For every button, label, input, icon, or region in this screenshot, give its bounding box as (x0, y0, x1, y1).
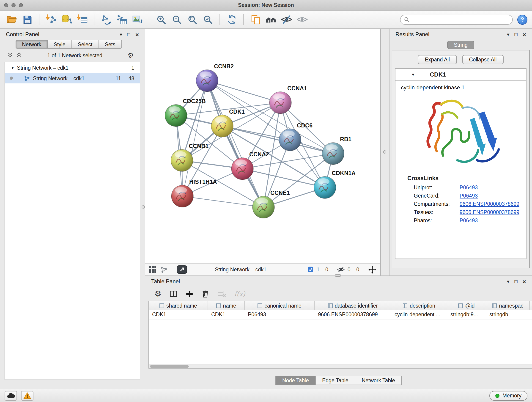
column-header-name[interactable]: name (208, 301, 245, 310)
tab-style[interactable]: Style (48, 40, 72, 49)
panel-close-icon[interactable]: × (523, 32, 526, 37)
network-node-hist1h1a[interactable] (171, 185, 193, 207)
search-input[interactable] (412, 17, 509, 22)
network-options-gear-icon[interactable]: ⚙ (128, 52, 134, 59)
panel-menu-icon[interactable]: ▾ (507, 32, 509, 37)
new-network-button[interactable] (99, 12, 113, 27)
network-overview-icon[interactable] (160, 266, 167, 273)
save-session-button[interactable] (20, 12, 34, 27)
column-header-canonical-name[interactable]: canonical name (245, 301, 315, 310)
column-header-id[interactable]: @id (447, 301, 486, 310)
network-node-cdc6[interactable] (279, 129, 301, 151)
table-cell-description[interactable]: cyclin-dependent ... (391, 310, 447, 319)
tab-edge-table[interactable]: Edge Table (316, 376, 355, 385)
delete-column-button[interactable] (201, 289, 210, 298)
expand-all-button[interactable]: Expand All (418, 55, 457, 64)
pan-crosshair-icon[interactable] (368, 266, 376, 274)
table-cell-canonical-name[interactable]: P06493 (245, 310, 315, 319)
panel-close-icon[interactable]: × (135, 32, 139, 37)
crosslink-link-genecard[interactable]: P06493 (460, 193, 478, 198)
window-zoom-button[interactable] (19, 3, 23, 7)
help-button[interactable]: ? (517, 14, 527, 25)
network-collection-row[interactable]: ▾ String Network – cdk1 1 (5, 62, 140, 73)
open-session-button[interactable] (5, 12, 19, 27)
new-table-button[interactable] (114, 12, 129, 27)
network-node-ccnb1[interactable] (171, 149, 193, 172)
collapse-all-button[interactable]: Collapse All (462, 55, 503, 64)
collection-disclosure-icon[interactable]: ▾ (12, 65, 14, 70)
network-edge-ccna2-cdkn1a[interactable] (242, 169, 325, 187)
panel-float-icon[interactable]: □ (515, 32, 518, 37)
zoom-out-button[interactable] (170, 12, 184, 27)
tab-sets[interactable]: Sets (99, 40, 122, 49)
function-builder-button[interactable]: f(x) (234, 290, 245, 298)
panel-float-icon[interactable]: □ (127, 32, 130, 37)
tab-network-table[interactable]: Network Table (355, 376, 402, 385)
annotations-button[interactable] (248, 12, 263, 27)
network-edge-cdk1-rb1[interactable] (222, 126, 333, 153)
network-node-ccne1[interactable] (253, 196, 274, 218)
network-node-cdc25b[interactable] (165, 104, 187, 127)
memory-button[interactable]: Memory (490, 391, 527, 400)
splitter-knob[interactable] (383, 150, 386, 153)
crosslink-link-tissues[interactable]: 9606.ENSP00000378699 (460, 210, 519, 215)
table-options-gear-icon[interactable]: ⚙ (154, 290, 162, 298)
horizontal-splitter-knob[interactable] (335, 274, 341, 277)
scrollbar-thumb[interactable] (150, 365, 189, 368)
network-canvas[interactable]: CCNB2CCNA1CDC25BCDK1CDC6RB1CCNB1CCNA2CDK… (145, 29, 380, 263)
network-edge-hist1h1a-ccne1[interactable] (182, 196, 264, 207)
vertical-splitter[interactable] (381, 29, 389, 275)
import-network-from-file-button[interactable] (44, 12, 58, 27)
table-row[interactable]: CDK1CDK1P064939606.ENSP00000378699cyclin… (149, 310, 532, 319)
zoom-in-button[interactable] (154, 12, 168, 27)
tab-node-table[interactable]: Node Table (275, 376, 316, 385)
network-row[interactable]: String Network – cdk1 11 48 (5, 73, 140, 83)
protein-entry-header[interactable]: ▾ CDK1 (395, 69, 526, 81)
zoom-fit-button[interactable] (185, 12, 199, 27)
window-close-button[interactable] (4, 3, 8, 7)
delete-table-button[interactable] (217, 290, 227, 298)
collapse-all-icon[interactable] (7, 52, 13, 58)
tab-string[interactable]: String (447, 41, 474, 49)
network-node-cdk1[interactable] (211, 115, 233, 137)
crosslink-link-uniprot[interactable]: P06493 (460, 185, 478, 190)
crosslink-link-pharos[interactable]: P06493 (460, 218, 478, 223)
create-column-button[interactable] (186, 290, 194, 298)
tab-select[interactable]: Select (72, 40, 99, 49)
network-node-cdkn1a[interactable] (314, 177, 336, 198)
column-header-namespac[interactable]: namespac (486, 301, 530, 310)
table-cell-name[interactable]: CDK1 (208, 310, 245, 319)
tab-network[interactable]: Network (16, 40, 48, 49)
table-cell-shared-name[interactable]: CDK1 (149, 310, 208, 319)
network-node-rb1[interactable] (322, 143, 344, 165)
search-box[interactable] (400, 14, 513, 25)
cloud-status-button[interactable] (5, 391, 17, 400)
column-header-database-identifier[interactable]: database identifier (315, 301, 391, 310)
panel-close-icon[interactable]: × (523, 279, 526, 284)
hide-selected-button[interactable] (279, 12, 294, 27)
show-all-button[interactable] (295, 12, 309, 27)
export-image-button[interactable] (130, 12, 144, 27)
network-node-ccna2[interactable] (231, 158, 253, 180)
panel-float-icon[interactable]: □ (515, 279, 518, 284)
table-cell-id[interactable]: stringdb:9... (447, 310, 486, 319)
warnings-button[interactable] (21, 391, 33, 400)
grid-view-icon[interactable] (149, 266, 156, 273)
open-in-browser-button[interactable] (177, 265, 187, 274)
horizontal-scrollbar[interactable] (149, 364, 532, 368)
import-network-from-database-button[interactable] (60, 12, 74, 27)
zoom-selected-button[interactable] (201, 12, 215, 27)
network-edge-ccnb2-ccne1[interactable] (207, 81, 264, 207)
network-node-ccna1[interactable] (269, 92, 291, 114)
column-header-shared-name[interactable]: shared name (149, 301, 208, 310)
column-header-description[interactable]: description (391, 301, 447, 310)
import-table-from-file-button[interactable] (75, 12, 89, 27)
panel-menu-icon[interactable]: ▾ (507, 279, 509, 284)
network-edge-ccnb2-ccna1[interactable] (207, 81, 280, 103)
entry-disclosure-icon[interactable]: ▾ (412, 72, 414, 77)
show-columns-button[interactable] (169, 290, 178, 298)
expand-all-icon[interactable] (17, 52, 22, 58)
refresh-network-button[interactable] (225, 12, 239, 27)
string-home-button[interactable] (264, 12, 278, 27)
table-cell-database-identifier[interactable]: 9606.ENSP00000378699 (315, 310, 391, 319)
